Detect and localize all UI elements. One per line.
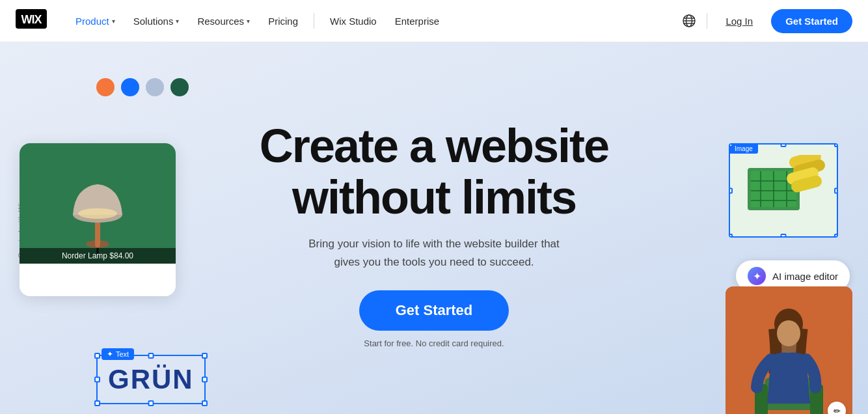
chevron-down-icon: ▾ xyxy=(247,18,250,25)
get-started-nav-button[interactable]: Get Started xyxy=(771,9,852,33)
hero-text-block: Create a website without limits Bring yo… xyxy=(206,120,662,348)
nav-label-enterprise: Enterprise xyxy=(395,16,439,27)
handle-bm[interactable] xyxy=(148,400,154,406)
lamp-image: Norder Lamp $84.00 xyxy=(20,143,176,264)
wix-logo[interactable]: WIX xyxy=(16,9,47,33)
hero-section: Created with Wix Norder Lamp $84 xyxy=(0,42,868,414)
hero-title: Create a website without limits xyxy=(206,120,662,223)
nav-label-wixstudio: Wix Studio xyxy=(330,16,377,27)
ai-editor-text: AI image editor xyxy=(772,271,838,282)
img-handle-bl[interactable] xyxy=(729,234,733,238)
handle-mr[interactable] xyxy=(202,377,208,383)
nav-links: Product ▾ Solutions ▾ Resources ▾ Pricin… xyxy=(68,10,682,32)
nav-item-pricing[interactable]: Pricing xyxy=(260,10,306,32)
nav-item-resources[interactable]: Resources ▾ xyxy=(189,10,258,32)
hero-cta-button[interactable]: Get Started xyxy=(359,290,509,331)
svg-text:WIX: WIX xyxy=(21,13,42,26)
ai-spark-icon: ✦ xyxy=(748,267,766,285)
img-handle-bm[interactable] xyxy=(781,234,787,238)
img-handle-mr[interactable] xyxy=(834,187,838,193)
gruen-text-content: GRÜN xyxy=(108,364,194,395)
nav-label-product: Product xyxy=(75,16,109,27)
handle-tr[interactable] xyxy=(202,353,208,359)
handle-bl[interactable] xyxy=(94,400,100,406)
color-dot-orange[interactable] xyxy=(96,78,115,96)
img-handle-tm[interactable] xyxy=(781,143,787,147)
woman-photo-card: ✏ xyxy=(726,286,852,414)
hero-title-line1: Create a website xyxy=(260,120,608,172)
handle-tl[interactable] xyxy=(94,353,100,359)
color-dot-blue[interactable] xyxy=(121,78,139,96)
image-selection-box[interactable]: Image xyxy=(729,143,838,238)
nav-divider xyxy=(314,13,314,29)
image-editor-widget: Image xyxy=(716,143,852,238)
lamp-price-label: Norder Lamp $84.00 xyxy=(20,248,176,264)
img-handle-ml[interactable] xyxy=(729,187,733,193)
chevron-down-icon: ▾ xyxy=(176,18,179,25)
text-tag: ✦ Text xyxy=(102,348,134,360)
svg-point-30 xyxy=(777,320,800,346)
nav-item-product[interactable]: Product ▾ xyxy=(68,10,123,32)
color-dot-green[interactable] xyxy=(170,78,189,96)
svg-point-11 xyxy=(78,208,117,219)
nav-divider-right xyxy=(707,13,707,29)
chevron-down-icon: ▾ xyxy=(112,18,115,25)
color-palette xyxy=(96,78,189,96)
handle-ml[interactable] xyxy=(94,377,100,383)
gruen-text-element: ✦ Text GRÜN xyxy=(96,355,206,404)
language-button[interactable] xyxy=(682,14,696,28)
gruen-selection-box[interactable]: ✦ Text GRÜN xyxy=(96,355,206,404)
nav-right: Log In Get Started xyxy=(682,9,852,33)
color-dot-gray[interactable] xyxy=(146,78,164,96)
handle-br[interactable] xyxy=(202,400,208,406)
nav-item-enterprise[interactable]: Enterprise xyxy=(387,10,447,32)
navbar: WIX Product ▾ Solutions ▾ Resources ▾ Pr… xyxy=(0,0,868,42)
lamp-product-card: Norder Lamp $84.00 xyxy=(20,143,176,296)
hero-title-line2: without limits xyxy=(292,171,576,223)
image-tag: Image xyxy=(729,144,758,154)
hero-free-text: Start for free. No credit card required. xyxy=(206,338,662,348)
img-handle-tr[interactable] xyxy=(834,143,838,147)
nav-label-solutions: Solutions xyxy=(133,16,174,27)
nav-label-pricing: Pricing xyxy=(268,16,298,27)
img-handle-tl[interactable] xyxy=(729,143,733,147)
handle-tm[interactable] xyxy=(148,353,154,359)
login-button[interactable]: Log In xyxy=(718,10,761,32)
woman-figure: ✏ xyxy=(726,286,852,414)
chips-image xyxy=(730,145,837,236)
text-tag-label: Text xyxy=(116,350,129,358)
img-handle-br[interactable] xyxy=(834,234,838,238)
nav-label-resources: Resources xyxy=(197,16,244,27)
nav-item-wixstudio[interactable]: Wix Studio xyxy=(322,10,385,32)
nav-item-solutions[interactable]: Solutions ▾ xyxy=(126,10,187,32)
hero-subtitle: Bring your vision to life with the websi… xyxy=(206,235,662,270)
